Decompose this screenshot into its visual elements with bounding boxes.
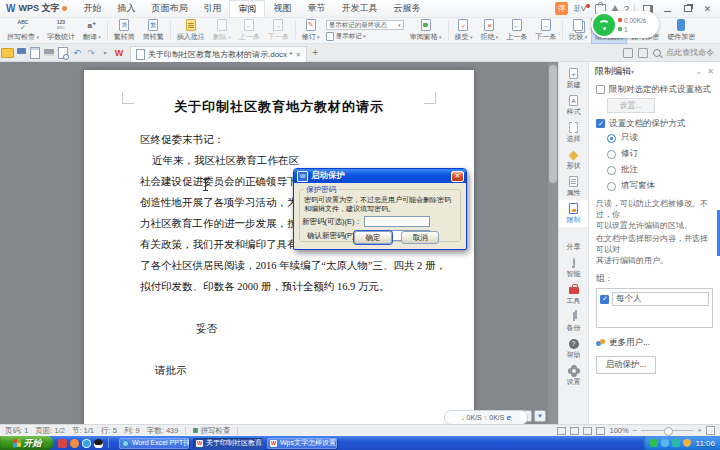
export-button[interactable] [28,47,42,59]
collapse-panel-icon[interactable] [696,67,703,76]
next-change-button[interactable]: 下一条 [531,17,560,44]
close-tab-icon[interactable] [295,50,301,59]
tab-references[interactable]: 引用 [195,0,229,17]
radio-forms[interactable] [607,182,616,191]
taskbar-item-browser[interactable]: Word Excel PPT技... [119,438,189,449]
strip-item-select[interactable]: 选择 [559,119,588,146]
start-button[interactable]: 开始 [0,436,54,450]
everyone-checkbox[interactable] [600,295,609,304]
insert-comment-button[interactable]: 插入批注 [173,17,209,44]
quick-launch-icon[interactable] [58,439,67,448]
tray-network-icon[interactable] [661,439,669,447]
net-speed-bubble[interactable]: 0.00K/s 1 [591,11,659,38]
spell-check-status[interactable]: 拼写检查 [193,426,230,436]
strip-item-smart[interactable]: 智能 [559,254,588,281]
tab-home[interactable]: 开始 [75,0,109,17]
view-mode-icon[interactable] [570,427,579,435]
review-pane-button[interactable]: 审阅窗格 [406,17,446,44]
prev-change-button[interactable]: 上一条 [502,17,531,44]
tab-view[interactable]: 视图 [265,0,299,17]
protect-mode-option[interactable]: 设置文档的保护方式 [589,115,720,128]
wps-home-icon[interactable] [112,47,126,59]
show-markup-button[interactable]: 显示标记 [326,32,404,41]
zoom-in-button[interactable]: + [697,426,702,435]
more-users-link[interactable]: 更多用户... [589,328,720,349]
strip-item-styles[interactable]: 样式 [559,92,588,119]
browser-quick-icon[interactable] [82,439,91,448]
taskbar-item-wps-doc[interactable]: 关于印制社区教育... [193,438,263,449]
reject-button[interactable]: 拒绝 [476,17,502,44]
radio-revision[interactable] [607,150,616,159]
vertical-scrollbar[interactable] [548,62,558,424]
undo-button[interactable] [70,47,84,59]
close-button[interactable] [700,2,715,15]
vip-badge[interactable]: 菲V [573,4,590,14]
strip-item-help[interactable]: 帮助 [559,335,588,362]
save-button[interactable] [14,47,28,59]
strip-item-new[interactable]: 新建 [559,65,588,92]
tray-wifi-icon[interactable] [650,439,658,447]
panel-title[interactable]: 限制编辑 [595,65,634,78]
strip-item-settings[interactable]: 设置 [559,362,588,389]
qq-icon[interactable] [94,439,103,448]
users-listbox[interactable]: 每个人 [596,288,713,328]
print-preview-button[interactable] [56,47,70,59]
document-tab[interactable]: 关于印制社区教育地方教材的请示.docx * [130,46,307,62]
tab-page-layout[interactable]: 页面布局 [143,0,195,17]
quick-launch-icon[interactable] [70,439,79,448]
hardware-encrypt-button[interactable]: 硬件加密 [663,17,699,44]
close-panel-icon[interactable] [707,67,714,76]
tab-developer[interactable]: 开发工具 [333,0,385,17]
net-speed-pill[interactable]: ↓ 0K/S ↑ 0K/S e [444,410,528,425]
fullscreen-icon[interactable] [706,426,715,435]
radio-readonly[interactable] [607,134,616,143]
view-mode-icon[interactable] [557,427,566,435]
simp-to-trad-button[interactable]: 简转繁 [139,17,168,44]
ok-button[interactable]: 确定 [354,231,392,244]
mode-forms[interactable]: 填写窗体 [589,176,720,192]
avatar[interactable]: 萍 [555,2,568,15]
minimize-button[interactable] [660,2,675,15]
next-page-button[interactable]: ▼ [534,410,546,422]
spell-check-button[interactable]: 拼写检查 [3,17,43,44]
translate-button[interactable]: 翻译 [79,17,105,44]
zoom-slider[interactable] [641,430,693,431]
strip-item-properties[interactable]: 属性 [559,173,588,200]
print-button[interactable] [42,47,56,59]
dialog-title-bar[interactable]: 启动保护 [294,169,466,183]
tab-section[interactable]: 章节 [299,0,333,17]
tab-cloud[interactable]: 云服务 [385,0,428,17]
tab-insert[interactable]: 插入 [109,0,143,17]
find-command-hint[interactable]: 点此查找命令 [666,47,714,58]
protect-mode-checkbox[interactable] [596,119,605,128]
word-count-button[interactable]: 字数统计 [43,17,79,44]
everyone-row[interactable]: 每个人 [600,292,709,306]
view-mode-icon[interactable] [596,427,605,435]
scrollbar-thumb[interactable] [549,65,557,183]
restrict-format-option[interactable]: 限制对选定的样式设置格式 [589,81,720,94]
tray-security-icon[interactable] [683,439,691,447]
mode-readonly[interactable]: 只读 [589,128,720,144]
app-menu-button[interactable]: WPS 文字 [0,2,75,15]
strip-item-restrict[interactable]: 限制 [559,200,588,227]
strip-item-tools[interactable]: 工具 [559,281,588,308]
restrict-format-checkbox[interactable] [596,85,605,94]
view-mode-icon[interactable] [583,427,592,435]
open-button[interactable] [0,47,14,59]
zoom-slider-knob[interactable] [664,427,673,436]
flag-icon[interactable] [638,48,648,58]
customize-toolbar-icon[interactable] [98,47,112,59]
display-for-review-select[interactable]: 显示标记的最终状态 [326,20,404,30]
mode-revision[interactable]: 修订 [589,144,720,160]
tray-app-icon[interactable] [672,439,680,447]
strip-item-backup[interactable]: 备份 [559,308,588,335]
trad-to-simp-button[interactable]: 繁转简 [110,17,139,44]
cancel-button[interactable]: 取消 [401,231,439,244]
redo-button[interactable] [84,47,98,59]
accept-button[interactable]: 接受 [451,17,477,44]
new-tab-button[interactable]: + [312,47,318,58]
strip-item-shapes[interactable]: 形状 [559,146,588,173]
start-protection-button[interactable]: 启动保护... [596,356,656,374]
taskbar-item-wps-help[interactable]: Wps文字怎样设置... [267,438,337,449]
track-changes-button[interactable]: 修订 [298,17,324,44]
